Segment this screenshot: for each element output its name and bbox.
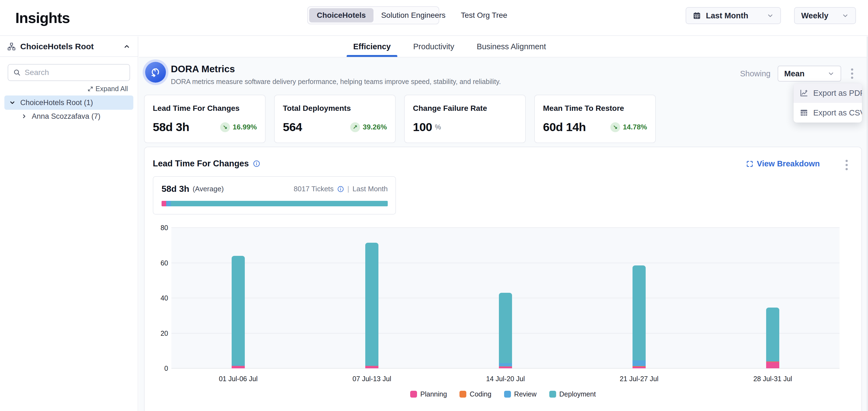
aggregation-select[interactable]: Mean — [778, 66, 841, 81]
bar-segment-deployment — [632, 266, 646, 361]
bar-segment-review — [499, 363, 512, 367]
expand-all-button[interactable]: Expand All — [0, 85, 128, 93]
global-header: Insights ChoiceHotels Solution Engineers… — [0, 0, 868, 36]
chevron-down-icon — [828, 70, 835, 77]
legend-swatch-deployment — [549, 391, 556, 398]
tab-business-alignment[interactable]: Business Alignment — [477, 36, 546, 57]
main-area: Efficiency Productivity Business Alignme… — [139, 36, 868, 411]
legend-swatch-coding — [460, 391, 466, 398]
collapse-chevron-up-icon[interactable] — [123, 43, 131, 50]
chart-legend: PlanningCodingReviewDeployment — [145, 390, 861, 398]
x-tick-2: 07 Jul-13 Jul — [352, 375, 391, 383]
y-tick-80: 80 — [149, 224, 168, 232]
x-tick-5: 28 Jul-31 Jul — [753, 375, 792, 383]
chevron-down-icon — [9, 99, 16, 106]
bar-21-jul-27-jul — [632, 266, 646, 368]
bar-28-jul-31-jul — [766, 308, 779, 368]
expand-corners-icon — [746, 160, 753, 168]
dora-overflow-menu-button[interactable] — [848, 67, 856, 80]
tree-item-choicehotels-root[interactable]: ChoiceHotels Root (1) — [4, 96, 133, 110]
info-icon[interactable] — [253, 160, 260, 168]
y-tick-60: 60 — [149, 259, 168, 267]
search-input[interactable] — [25, 68, 125, 77]
metric-value: 60d 14h — [543, 121, 586, 134]
org-tab-solution-engineers[interactable]: Solution Engineers — [373, 8, 453, 23]
tickets-count: 8017 Tickets — [294, 185, 334, 193]
bar-segment-planning — [766, 362, 779, 368]
tree-item-anna-scozzafava[interactable]: Anna Scozzafava (7) — [17, 110, 133, 123]
metric-value: 58d 3h — [153, 121, 189, 134]
view-breakdown-button[interactable]: View Breakdown — [746, 159, 820, 168]
legend-swatch-planning — [410, 391, 417, 398]
metric-cards-row: Lead Time For Changes 58d 3h ↘ 16.99% To… — [144, 95, 656, 143]
table-icon — [800, 108, 808, 117]
y-tick-20: 20 — [149, 329, 168, 337]
x-tick-1: 01 Jul-06 Jul — [219, 375, 258, 383]
card-change-failure-rate: Change Failure Rate 100 % — [404, 95, 526, 143]
gridline-y-80 — [172, 228, 839, 228]
trend-down-icon: ↘ — [610, 122, 620, 132]
card-total-deployments: Total Deployments 564 ↗ 39.26% — [274, 95, 396, 143]
dora-metrics-description: DORA metrics measure software delivery p… — [171, 78, 501, 85]
summary-qualifier: (Average) — [192, 185, 224, 193]
org-tree-icon — [7, 42, 16, 51]
org-tab-choicehotels[interactable]: ChoiceHotels — [309, 8, 373, 23]
tab-productivity[interactable]: Productivity — [413, 36, 454, 57]
trend-badge: ↗ 39.26% — [350, 122, 387, 132]
org-switcher: ChoiceHotels Solution Engineers Test Org… — [307, 6, 439, 24]
bar-07-jul-13-jul — [365, 243, 378, 368]
org-tree: ChoiceHotels Root (1) Anna Scozzafava (7… — [0, 96, 138, 123]
sidebar-title: ChoiceHotels Root — [20, 42, 119, 51]
content-area: DORA Metrics DORA metrics measure softwa… — [139, 58, 868, 411]
summary-value: 58d 3h — [161, 184, 189, 194]
bar-segment-planning — [499, 367, 512, 368]
card-lead-time-for-changes: Lead Time For Changes 58d 3h ↘ 16.99% — [144, 95, 266, 143]
lead-time-section-card: Lead Time For Changes View Breakdown — [144, 147, 862, 411]
granularity-select[interactable]: Weekly — [794, 7, 856, 24]
bar-01-jul-06-jul — [231, 256, 245, 368]
bar-segment-deployment — [231, 256, 245, 365]
gridline-y-60 — [172, 263, 839, 263]
bar-segment-planning — [632, 367, 646, 368]
metric-value: 564 — [283, 121, 302, 134]
expand-all-icon — [87, 86, 93, 92]
trend-badge: ↘ 14.78% — [610, 122, 647, 132]
bar-segment-deployment — [365, 243, 378, 365]
tab-efficiency[interactable]: Efficiency — [353, 36, 391, 57]
main-tabs-row: Efficiency Productivity Business Alignme… — [139, 36, 868, 58]
section-title: Lead Time For Changes — [153, 159, 249, 169]
metric-unit: % — [435, 123, 441, 131]
sidebar-search — [8, 64, 130, 81]
metric-value: 100 — [413, 121, 432, 134]
legend-item-planning: Planning — [410, 390, 447, 398]
info-icon[interactable] — [337, 185, 344, 193]
scrollbar-track[interactable] — [867, 36, 868, 411]
chart-export-icon — [800, 89, 808, 97]
dora-metrics-icon — [145, 62, 166, 83]
card-mean-time-to-restore: Mean Time To Restore 60d 14h ↘ 14.78% — [534, 95, 656, 143]
export-dropdown-menu: Export as PDF Export as CSV — [794, 83, 862, 123]
legend-item-coding: Coding — [460, 390, 491, 398]
sidebar-header: ChoiceHotels Root — [0, 36, 138, 57]
chevron-down-icon — [767, 12, 774, 19]
chevron-right-icon — [21, 113, 27, 119]
org-tree-sidebar: ChoiceHotels Root Expand All — [0, 36, 138, 411]
trend-up-icon: ↗ — [350, 122, 360, 132]
showing-controls: Showing Mean — [740, 66, 856, 81]
menu-item-export-csv[interactable]: Export as CSV — [794, 103, 862, 123]
org-tab-test-org-tree[interactable]: Test Org Tree — [453, 8, 515, 23]
bar-segment-planning — [365, 366, 378, 368]
menu-item-export-pdf[interactable]: Export as PDF — [794, 83, 862, 103]
bar-segment-planning — [231, 366, 245, 368]
y-tick-0: 0 — [149, 365, 168, 372]
search-icon — [13, 69, 21, 76]
calendar-icon — [693, 11, 701, 20]
phase-distribution-bar — [161, 201, 388, 206]
legend-swatch-review — [504, 391, 511, 398]
trend-down-icon: ↘ — [220, 122, 230, 132]
summary-period: Last Month — [352, 185, 388, 193]
section-overflow-menu-button[interactable] — [843, 158, 850, 172]
date-range-select[interactable]: Last Month — [686, 7, 781, 24]
dora-metrics-title: DORA Metrics — [171, 64, 235, 74]
x-tick-4: 21 Jul-27 Jul — [620, 375, 658, 383]
